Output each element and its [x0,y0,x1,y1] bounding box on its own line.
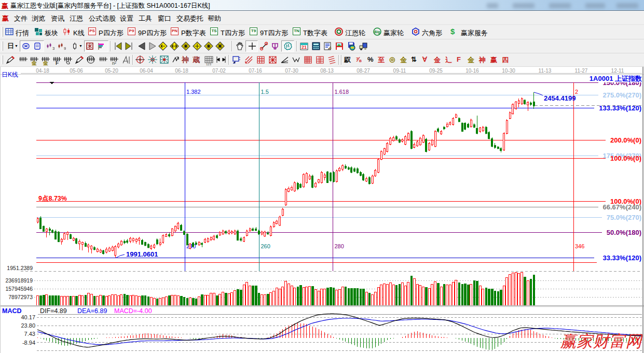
svg-text:-8.94: -8.94 [22,340,35,346]
svg-text:260: 260 [261,243,270,249]
svg-text:日K线: 日K线 [2,71,18,78]
svg-text:07-16: 07-16 [249,68,262,74]
svg-text:10-30: 10-30 [502,68,515,74]
svg-text:12-11: 12-11 [611,68,624,74]
svg-text:DIF=4.89: DIF=4.89 [40,307,67,315]
svg-text:07-02: 07-02 [212,68,226,74]
svg-text:09-11: 09-11 [393,68,406,74]
svg-text:236918919: 236918919 [5,277,33,284]
svg-text:赢家财富网: 赢家财富网 [560,332,643,350]
svg-text:1.618: 1.618 [335,89,349,95]
svg-text:9点8.73%: 9点8.73% [38,195,67,202]
svg-text:10-16: 10-16 [465,68,479,74]
svg-text:280: 280 [335,243,344,249]
svg-text:06-18: 06-18 [175,68,188,74]
svg-text:1.5: 1.5 [261,89,269,95]
svg-text:100.0%(0): 100.0%(0) [610,154,641,162]
svg-text:157945946: 157945946 [5,286,33,292]
svg-text:DEA=6.89: DEA=6.89 [77,307,107,315]
svg-text:05-20: 05-20 [105,68,118,74]
svg-text:200.0%(0): 200.0%(0) [610,136,641,144]
svg-text:40.17: 40.17 [21,314,35,320]
svg-text:33.33%(120): 33.33%(120) [603,254,641,262]
svg-text:05-06: 05-06 [70,68,83,74]
svg-text:09-25: 09-25 [429,68,443,74]
svg-text:MACD=-4.00: MACD=-4.00 [114,307,152,315]
svg-text:04-18: 04-18 [36,68,49,74]
svg-text:346: 346 [575,243,584,249]
svg-text:11-13: 11-13 [539,68,552,74]
svg-text:2454.4199: 2454.4199 [544,94,576,102]
svg-text:08-13: 08-13 [320,68,334,74]
svg-text:1951.2389: 1951.2389 [7,265,33,271]
svg-text:1A0001 上证指数: 1A0001 上证指数 [590,75,642,82]
svg-text:07-30: 07-30 [285,68,298,74]
svg-text:66.67%(240): 66.67%(240) [603,203,641,211]
svg-text:11-27: 11-27 [575,68,588,74]
svg-text:7.43: 7.43 [24,331,35,337]
svg-text:06-04: 06-04 [140,68,153,74]
svg-text:78972973: 78972973 [8,294,33,300]
svg-text:1.382: 1.382 [186,89,201,95]
svg-text:275.0%(270): 275.0%(270) [603,91,641,99]
svg-text:23.80: 23.80 [21,322,35,329]
svg-text:08-27: 08-27 [357,68,370,74]
svg-text:50.0%(180): 50.0%(180) [607,229,641,236]
svg-text:MACD: MACD [2,307,22,315]
svg-text:75.0%(270): 75.0%(270) [607,214,641,221]
svg-text:1991.0601: 1991.0601 [126,250,158,258]
